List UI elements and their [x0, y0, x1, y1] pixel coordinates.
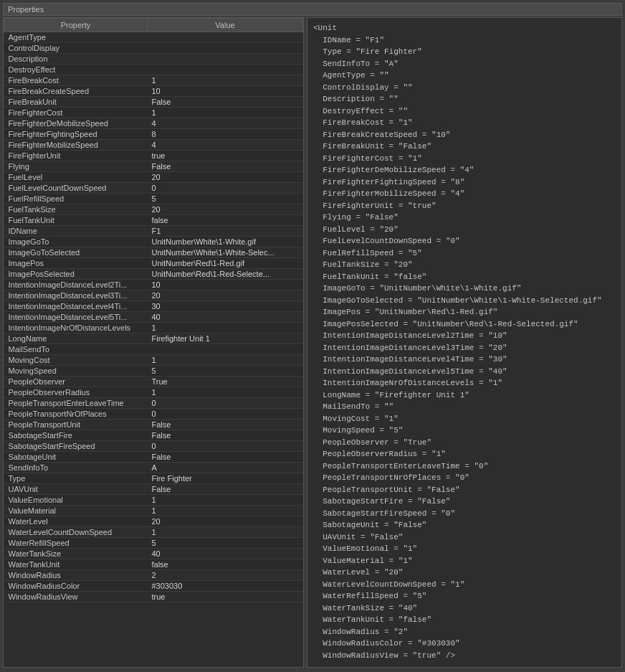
table-row[interactable]: FuelTankUnitfalse [4, 215, 303, 226]
property-name: PeopleObserverRadius [4, 387, 148, 398]
table-row[interactable]: SabotageStartFireSpeed0 [4, 441, 303, 452]
table-row[interactable]: WaterTankUnitfalse [4, 559, 303, 570]
property-value: UnitNumber\Red\1-Red.gif [148, 258, 303, 269]
table-row[interactable]: ImageGoToUnitNumber\White\1-White.gif [4, 237, 303, 247]
table-row[interactable]: MovingCost1 [4, 355, 303, 366]
property-value [148, 65, 303, 75]
property-value: 20 [148, 290, 303, 301]
property-value: 0 [148, 398, 303, 409]
table-row[interactable]: FireFighterUnittrue [4, 151, 303, 161]
xml-line: WaterLevel = "20" [313, 567, 616, 579]
table-row[interactable]: WaterTankSize40 [4, 549, 303, 559]
property-name: SabotageStartFire [4, 430, 148, 441]
table-row[interactable]: FireBreakUnitFalse [4, 97, 303, 108]
xml-line: IntentionImageDistanceLevel2Time = "10" [313, 330, 616, 342]
left-panel[interactable]: Property Value AgentTypeControlDisplayDe… [3, 17, 304, 668]
table-row[interactable]: TypeFire Fighter [4, 473, 303, 484]
property-value: 20 [148, 516, 303, 527]
table-row[interactable]: PeopleObserverRadius1 [4, 387, 303, 398]
xml-line: FireBreakCost = "1" [313, 117, 616, 129]
property-value: True [148, 377, 303, 387]
property-value: False [148, 430, 303, 441]
table-row[interactable]: IDNameF1 [4, 226, 303, 237]
table-row[interactable]: ImagePosSelectedUnitNumber\Red\1-Red-Sel… [4, 269, 303, 280]
table-row[interactable]: FireFighterCost1 [4, 108, 303, 118]
xml-line: FuelLevel = "20" [313, 224, 616, 236]
table-row[interactable]: LongNameFirefighter Unit 1 [4, 333, 303, 344]
property-name: FireFighterFightingSpeed [4, 129, 148, 140]
property-name: WaterLevel [4, 516, 148, 527]
property-name: ImageGoToSelected [4, 247, 148, 258]
property-name: WaterLevelCountDownSpeed [4, 527, 148, 538]
table-row[interactable]: WaterLevel20 [4, 516, 303, 527]
property-name: LongName [4, 333, 148, 344]
xml-line: FireFighterMobilizeSpeed = "4" [313, 188, 616, 200]
table-row[interactable]: FuelRefillSpeed5 [4, 194, 303, 204]
table-row[interactable]: IntentionImageNrOfDistanceLevels1 [4, 323, 303, 333]
table-row[interactable]: ValueEmotional1 [4, 495, 303, 506]
xml-line: IDName = "F1" [313, 34, 616, 47]
table-row[interactable]: DestroyEffect [4, 65, 303, 75]
table-row[interactable]: WindowRadiusViewtrue [4, 592, 303, 602]
table-row[interactable]: PeopleTransportEnterLeaveTime0 [4, 398, 303, 409]
xml-line: DestroyEffect = "" [313, 105, 616, 118]
table-row[interactable]: IntentionImageDistanceLevel3Ti...20 [4, 290, 303, 301]
table-row[interactable]: MailSendTo [4, 344, 303, 355]
table-row[interactable]: IntentionImageDistanceLevel5Ti...40 [4, 312, 303, 323]
table-row[interactable]: IntentionImageDistanceLevel2Ti...10 [4, 280, 303, 290]
table-row[interactable]: FireFighterDeMobilizeSpeed4 [4, 118, 303, 129]
property-value: 1 [148, 495, 303, 506]
table-row[interactable]: FuelLevelCountDownSpeed0 [4, 183, 303, 194]
table-row[interactable]: FuelTankSize20 [4, 204, 303, 215]
table-row[interactable]: PeopleTransportUnitFalse [4, 420, 303, 430]
table-row[interactable]: SendInfoToA [4, 463, 303, 473]
xml-line: ImagePosSelected = "UnitNumber\Red\1-Red… [313, 318, 616, 331]
table-row[interactable]: AgentType [4, 32, 303, 43]
table-row[interactable]: ImageGoToSelectedUnitNumber\White\1-Whit… [4, 247, 303, 258]
table-row[interactable]: SabotageStartFireFalse [4, 430, 303, 441]
property-name: FuelTankSize [4, 204, 148, 215]
xml-line: IntentionImageDistanceLevel5Time = "40" [313, 366, 616, 378]
xml-line: ValueEmotional = "1" [313, 543, 616, 555]
property-name: FireFighterMobilizeSpeed [4, 140, 148, 151]
table-row[interactable]: PeopleTransportNrOfPlaces0 [4, 409, 303, 420]
property-name: SendInfoTo [4, 463, 148, 473]
xml-line: AgentType = "" [313, 70, 616, 82]
table-row[interactable]: FireBreakCreateSpeed10 [4, 86, 303, 97]
table-row[interactable]: FuelLevel20 [4, 172, 303, 183]
property-value: F1 [148, 226, 303, 237]
table-row[interactable]: WaterRefillSpeed5 [4, 538, 303, 549]
xml-line: MovingCost = "1" [313, 413, 616, 425]
table-row[interactable]: FireFighterMobilizeSpeed4 [4, 140, 303, 151]
property-name: PeopleTransportNrOfPlaces [4, 409, 148, 420]
table-row[interactable]: WaterLevelCountDownSpeed1 [4, 527, 303, 538]
table-row[interactable]: MovingSpeed5 [4, 366, 303, 377]
xml-line: FireFighterCost = "1" [313, 153, 616, 165]
table-row[interactable]: UAVUnitFalse [4, 484, 303, 495]
xml-line: FireBreakUnit = "False" [313, 141, 616, 153]
xml-line: WaterLevelCountDownSpeed = "1" [313, 579, 616, 591]
right-panel[interactable]: <Unit IDName = "F1" Type = "Fire Fighter… [307, 17, 622, 668]
table-row[interactable]: ControlDisplay [4, 43, 303, 54]
table-row[interactable]: WindowRadiusColor#303030 [4, 581, 303, 592]
property-name: ControlDisplay [4, 43, 148, 54]
table-row[interactable]: SabotageUnitFalse [4, 452, 303, 463]
table-row[interactable]: FlyingFalse [4, 161, 303, 172]
content-area: Property Value AgentTypeControlDisplayDe… [3, 17, 622, 668]
table-row[interactable]: PeopleObserverTrue [4, 377, 303, 387]
table-row[interactable]: ValueMaterial1 [4, 506, 303, 516]
table-row[interactable]: FireFighterFightingSpeed8 [4, 129, 303, 140]
table-row[interactable]: ImagePosUnitNumber\Red\1-Red.gif [4, 258, 303, 269]
table-row[interactable]: Description [4, 54, 303, 65]
property-value: False [148, 161, 303, 172]
property-value: 0 [148, 409, 303, 420]
property-name: Description [4, 54, 148, 65]
xml-line: IntentionImageDistanceLevel4Time = "30" [313, 354, 616, 366]
table-row[interactable]: WindowRadius2 [4, 570, 303, 581]
property-name: DestroyEffect [4, 65, 148, 75]
property-value: 1 [148, 527, 303, 538]
property-value: UnitNumber\White\1-White.gif [148, 237, 303, 247]
table-row[interactable]: FireBreakCost1 [4, 75, 303, 86]
table-row[interactable]: IntentionImageDistanceLevel4Ti...30 [4, 301, 303, 312]
property-name: WindowRadius [4, 570, 148, 581]
